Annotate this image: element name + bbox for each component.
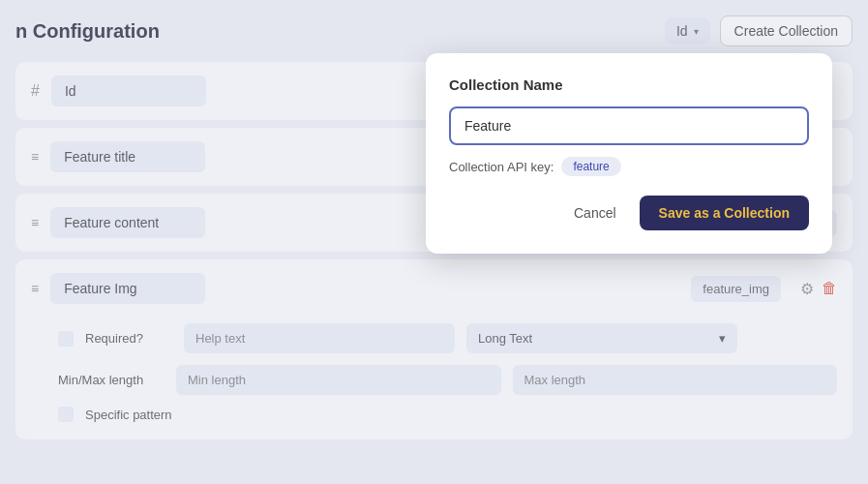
save-collection-button[interactable]: Save as a Collection [640, 196, 809, 230]
modal-title: Collection Name [449, 76, 809, 93]
api-key-value: feature [561, 157, 620, 176]
collection-modal: Collection Name Collection API key: feat… [426, 53, 832, 254]
api-key-row: Collection API key: feature [449, 157, 809, 176]
cancel-button[interactable]: Cancel [562, 197, 628, 228]
modal-actions: Cancel Save as a Collection [449, 196, 809, 230]
api-key-label: Collection API key: [449, 160, 554, 174]
main-container: n Configuration Id ▾ Create Collection #… [0, 0, 868, 484]
collection-name-input[interactable] [449, 106, 809, 145]
